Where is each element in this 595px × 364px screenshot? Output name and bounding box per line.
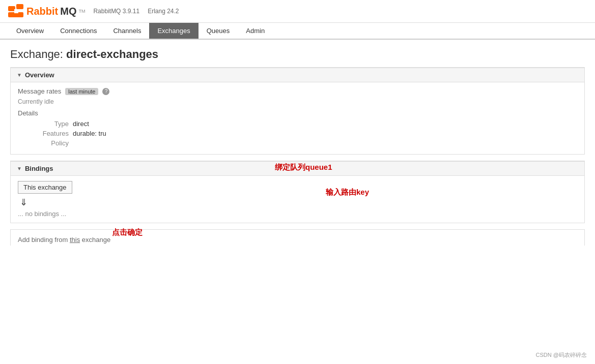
nav-overview[interactable]: Overview (8, 23, 52, 39)
logo: RabbitMQTM (8, 4, 85, 18)
rabbitmq-version: RabbitMQ 3.9.11 (93, 8, 139, 15)
this-exchange-link[interactable]: this (70, 236, 80, 244)
main-nav: Overview Connections Channels Exchanges … (0, 23, 595, 40)
features-key: Features (28, 130, 69, 137)
nav-admin[interactable]: Admin (238, 23, 273, 39)
nav-connections[interactable]: Connections (52, 23, 105, 39)
svg-rect-0 (8, 6, 15, 11)
logo-rabbit: Rabbit (26, 6, 58, 17)
type-value: direct (73, 120, 89, 128)
page-content: Exchange: direct-exchanges ▼ Overview Me… (0, 40, 595, 246)
policy-key: Policy (28, 139, 69, 147)
nav-queues[interactable]: Queues (199, 23, 238, 39)
nav-exchanges[interactable]: Exchanges (149, 23, 198, 39)
features-value: durable: tru (73, 130, 106, 137)
down-arrow-icon: ⇓ (20, 197, 577, 208)
top-bar: RabbitMQTM RabbitMQ 3.9.11 Erlang 24.2 (0, 0, 595, 23)
svg-rect-1 (16, 4, 23, 9)
type-key: Type (28, 120, 69, 128)
page-title: Exchange: direct-exchanges (10, 48, 585, 61)
add-binding-title: Add binding from this exchange (18, 236, 577, 244)
overview-collapse-icon: ▼ (17, 72, 22, 78)
no-bindings-text: ... no bindings ... (18, 210, 577, 218)
bindings-title: Bindings (25, 165, 53, 172)
logo-mq: MQ (60, 6, 76, 17)
this-exchange-button[interactable]: This exchange (18, 181, 72, 194)
svg-rect-3 (14, 9, 18, 13)
overview-header[interactable]: ▼ Overview (11, 68, 584, 82)
currently-idle: Currently idle (18, 98, 577, 105)
features-row: Features durable: tru (28, 130, 577, 137)
bindings-section: ▼ Bindings This exchange ⇓ ... no bindin… (10, 161, 585, 223)
overview-section: ▼ Overview Message rates last minute ? C… (10, 67, 585, 155)
bindings-collapse-icon: ▼ (17, 166, 22, 171)
add-binding-section: Add binding from this exchange To queue … (10, 229, 585, 246)
bindings-body: This exchange ⇓ ... no bindings ... (11, 176, 584, 223)
nav-channels[interactable]: Channels (105, 23, 149, 39)
bindings-header[interactable]: ▼ Bindings (11, 161, 584, 176)
message-rates-label: Message rates (18, 87, 61, 95)
last-minute-badge[interactable]: last minute (65, 88, 98, 95)
type-row: Type direct (28, 120, 577, 128)
overview-body: Message rates last minute ? Currently id… (11, 82, 584, 154)
logo-tm: TM (78, 9, 85, 14)
erlang-version: Erlang 24.2 (148, 8, 179, 15)
help-icon[interactable]: ? (102, 88, 109, 95)
message-rates-row: Message rates last minute ? (18, 87, 577, 95)
overview-title: Overview (25, 71, 54, 79)
details-label: Details (18, 109, 577, 117)
rabbitmq-logo-icon (8, 4, 24, 18)
details-table: Type direct Features durable: tru Policy (28, 120, 577, 147)
policy-row: Policy (28, 139, 577, 147)
